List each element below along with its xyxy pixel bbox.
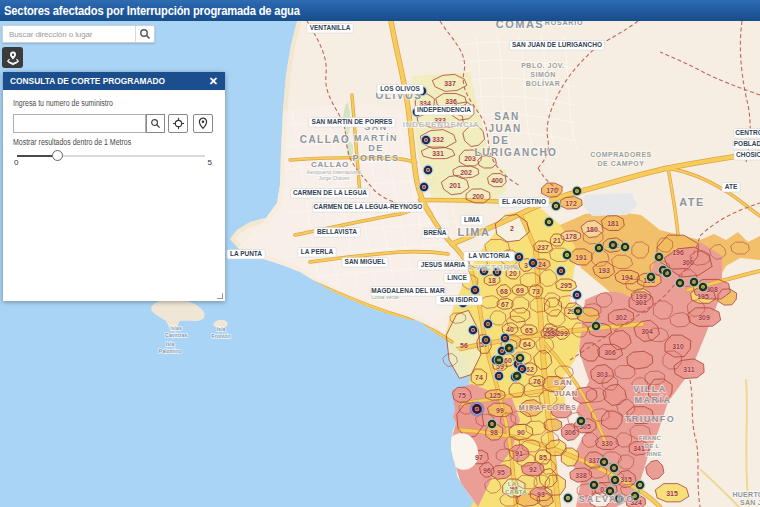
svg-text:MIRAFLORES: MIRAFLORES	[519, 404, 577, 411]
svg-text:64: 64	[523, 341, 531, 348]
svg-text:195: 195	[697, 293, 709, 300]
svg-text:90: 90	[517, 429, 525, 436]
svg-text:DE: DE	[368, 143, 384, 153]
svg-text:CALLAO: CALLAO	[300, 134, 351, 145]
svg-text:LIMA: LIMA	[458, 226, 491, 238]
svg-text:73: 73	[532, 288, 540, 295]
svg-text:330: 330	[601, 440, 613, 447]
svg-text:PBLO. JOV.: PBLO. JOV.	[521, 62, 565, 69]
svg-text:BELLAVISTA: BELLAVISTA	[317, 228, 357, 235]
svg-text:Isla: Isla	[166, 341, 176, 347]
svg-text:Islas: Islas	[170, 325, 182, 331]
svg-text:315: 315	[620, 476, 632, 483]
svg-text:337: 337	[444, 80, 456, 87]
svg-text:JUAN: JUAN	[488, 123, 521, 134]
svg-text:LINCE: LINCE	[447, 274, 467, 281]
svg-text:JUAN: JUAN	[554, 389, 578, 398]
svg-text:LA VICTORIA: LA VICTORIA	[460, 263, 519, 272]
svg-text:SAN JUAN DE LURIGANCHO: SAN JUAN DE LURIGANCHO	[512, 41, 602, 48]
svg-text:CARMEN DE LA LEGUA-REYNOSO: CARMEN DE LA LEGUA-REYNOSO	[314, 203, 423, 210]
svg-text:202: 202	[460, 169, 472, 176]
svg-text:FRANC: FRANC	[639, 435, 662, 441]
svg-text:341: 341	[633, 445, 645, 452]
svg-text:306: 306	[564, 429, 576, 436]
svg-text:56: 56	[460, 342, 468, 349]
svg-text:SAN MARTIN DE PORRES: SAN MARTIN DE PORRES	[312, 118, 394, 125]
svg-text:PORRES: PORRES	[352, 153, 399, 163]
svg-text:2: 2	[510, 225, 514, 232]
svg-text:332: 332	[432, 136, 444, 143]
svg-text:331: 331	[432, 150, 444, 157]
svg-text:EL AGUSTINO: EL AGUSTINO	[502, 198, 546, 205]
svg-text:ATE: ATE	[725, 183, 738, 190]
svg-text:INDEPENDENCIA: INDEPENDENCIA	[403, 120, 480, 129]
svg-text:21: 21	[553, 237, 561, 244]
svg-text:96: 96	[483, 467, 491, 474]
svg-text:DE L: DE L	[645, 443, 660, 449]
svg-text:VENTANILLA: VENTANILLA	[310, 24, 351, 31]
svg-text:SAN MIGUEL: SAN MIGUEL	[345, 258, 386, 265]
svg-text:DE CAMPOY: DE CAMPOY	[598, 160, 645, 167]
svg-text:301: 301	[635, 299, 647, 306]
svg-text:172: 172	[565, 200, 577, 207]
svg-text:302: 302	[615, 314, 627, 321]
svg-text:170: 170	[546, 187, 558, 194]
svg-text:ATE: ATE	[679, 196, 705, 208]
svg-text:Palomino: Palomino	[159, 348, 182, 354]
svg-text:LURIGANCHO: LURIGANCHO	[475, 147, 558, 158]
svg-text:306: 306	[604, 349, 616, 356]
svg-text:303: 303	[596, 371, 608, 378]
svg-text:18: 18	[488, 277, 496, 284]
svg-text:MAGDALENA DEL MAR: MAGDALENA DEL MAR	[371, 287, 445, 294]
svg-text:SAN: SAN	[554, 378, 572, 387]
svg-text:CANTA: CANTA	[505, 489, 527, 495]
svg-text:309: 309	[698, 314, 710, 321]
svg-text:LOS OLIVOS: LOS OLIVOS	[380, 85, 420, 92]
svg-text:SAN ISIDRO: SAN ISIDRO	[440, 296, 478, 303]
svg-text:67: 67	[501, 301, 509, 308]
svg-text:180: 180	[586, 226, 598, 233]
svg-text:CARMEN DE LA LEGUA: CARMEN DE LA LEGUA	[293, 189, 367, 196]
svg-text:SIMÓN: SIMÓN	[530, 70, 555, 78]
svg-text:299: 299	[556, 330, 568, 337]
svg-text:VILLA: VILLA	[633, 384, 667, 394]
svg-text:295: 295	[560, 282, 572, 289]
svg-text:INDEPENDENCIA: INDEPENDENCIA	[417, 106, 471, 113]
svg-text:Isla: Isla	[217, 326, 227, 332]
svg-text:191: 191	[575, 254, 587, 261]
svg-text:76: 76	[533, 378, 541, 385]
svg-text:95: 95	[497, 469, 505, 476]
svg-text:178: 178	[565, 233, 577, 240]
svg-text:93: 93	[537, 491, 545, 498]
svg-text:315: 315	[666, 490, 678, 497]
svg-text:SAN: SAN	[494, 111, 520, 122]
svg-text:125: 125	[489, 392, 501, 399]
svg-text:311: 311	[683, 366, 694, 373]
svg-text:75: 75	[458, 392, 466, 399]
svg-text:69: 69	[516, 287, 524, 294]
svg-text:LA PERLA: LA PERLA	[301, 248, 334, 255]
svg-text:LIMA: LIMA	[464, 216, 480, 223]
svg-text:200: 200	[472, 193, 484, 200]
svg-text:3: 3	[524, 262, 528, 269]
svg-text:RINE: RINE	[646, 451, 662, 457]
svg-text:196: 196	[672, 249, 684, 256]
svg-text:DE: DE	[493, 135, 510, 146]
svg-text:338: 338	[575, 472, 587, 479]
svg-text:24: 24	[538, 261, 546, 268]
svg-text:74: 74	[475, 374, 483, 381]
svg-text:336: 336	[445, 98, 457, 105]
svg-text:BOLÍVAR: BOLÍVAR	[526, 79, 560, 87]
svg-text:65: 65	[525, 327, 533, 334]
svg-text:310: 310	[672, 343, 684, 350]
svg-text:98: 98	[490, 429, 498, 436]
svg-text:HUERTO: HUERTO	[732, 491, 760, 498]
svg-text:MARTÍN: MARTÍN	[354, 133, 398, 143]
svg-text:68: 68	[500, 288, 508, 295]
svg-text:COMPRADORES: COMPRADORES	[590, 151, 652, 158]
svg-text:MARÍA: MARÍA	[635, 395, 672, 405]
svg-text:BREÑA: BREÑA	[423, 228, 446, 236]
svg-text:99: 99	[496, 407, 504, 414]
svg-text:CALLAO: CALLAO	[311, 160, 349, 169]
svg-text:97: 97	[475, 454, 483, 461]
